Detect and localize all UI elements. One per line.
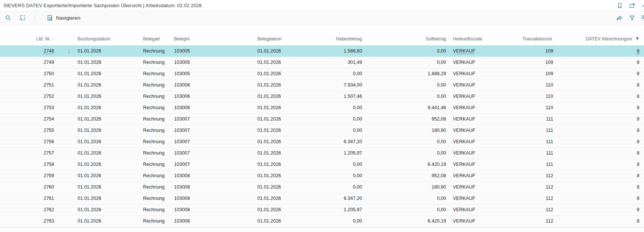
- cell-belegart: Rechnung: [140, 193, 174, 204]
- datev-abrechnungsnr-link[interactable]: 8: [637, 139, 639, 144]
- navigate-button[interactable]: Navigieren: [44, 13, 83, 23]
- lfd-nr-link[interactable]: 2761: [44, 196, 54, 201]
- herkunftscode-link[interactable]: VERKAUF: [453, 128, 475, 133]
- header-habenbetrag[interactable]: Habenbetrag: [305, 32, 365, 45]
- datev-abrechnungsnr-link[interactable]: 8: [637, 60, 639, 65]
- herkunftscode-link[interactable]: VERKAUF: [453, 196, 475, 201]
- header-datev-abrechnungsnr[interactable]: DATEV Abrechnungsnr.: [556, 32, 644, 45]
- lfd-nr-link[interactable]: 2756: [44, 139, 54, 144]
- lfd-nr-link[interactable]: 2758: [44, 162, 54, 167]
- table-row[interactable]: 2758 01.01.2026 Rechnung 103007 01.01.20…: [0, 159, 644, 170]
- header-belegnr[interactable]: Belegnr.: [174, 32, 195, 45]
- analyze-icon[interactable]: [19, 15, 26, 22]
- lfd-nr-link[interactable]: 2754: [44, 116, 54, 122]
- cell-belegdatum: 01.01.2026: [255, 113, 305, 125]
- cell-spacer: [195, 113, 255, 125]
- lfd-nr-link[interactable]: 2752: [44, 94, 54, 99]
- cell-row-menu: [62, 204, 76, 215]
- table-row[interactable]: 2756 01.01.2026 Rechnung 103007 01.01.20…: [0, 136, 644, 147]
- datev-abrechnungsnr-link[interactable]: 8: [637, 94, 639, 99]
- herkunftscode-link[interactable]: VERKAUF: [453, 184, 475, 190]
- lfd-nr-link[interactable]: 2748: [44, 48, 54, 54]
- herkunftscode-link[interactable]: VERKAUF: [453, 48, 475, 54]
- datev-abrechnungsnr-link[interactable]: 8: [637, 48, 639, 54]
- cell-lfd-nr: 2759: [0, 170, 62, 181]
- table-row[interactable]: 2750 01.01.2026 Rechnung 103005 01.01.20…: [0, 68, 644, 79]
- share-icon[interactable]: [616, 15, 622, 22]
- bookmark-icon[interactable]: [616, 2, 623, 9]
- lfd-nr-link[interactable]: 2749: [44, 60, 54, 65]
- table-row[interactable]: 2757 01.01.2026 Rechnung 103007 01.01.20…: [0, 147, 644, 159]
- cell-belegdatum: 01.01.2026: [255, 136, 305, 147]
- datev-abrechnungsnr-link[interactable]: 8: [637, 71, 639, 76]
- cell-sollbetrag: 952,08: [365, 170, 448, 181]
- table-row[interactable]: 2751 01.01.2026 Rechnung 103006 01.01.20…: [0, 79, 644, 91]
- herkunftscode-link[interactable]: VERKAUF: [453, 173, 475, 178]
- lfd-nr-link[interactable]: 2760: [44, 184, 54, 190]
- cell-belegnr: 103005: [174, 68, 195, 79]
- row-context-menu-icon[interactable]: ⋮: [62, 48, 76, 54]
- table-row[interactable]: 2761 01.01.2026 Rechnung 103008 01.01.20…: [0, 193, 644, 204]
- datev-abrechnungsnr-link[interactable]: 8: [637, 162, 639, 167]
- lfd-nr-link[interactable]: 2759: [44, 173, 54, 178]
- cell-buchungsdatum: 01.01.2026: [76, 113, 140, 125]
- table-row[interactable]: 2749 01.01.2026 Rechnung 103005 01.01.20…: [0, 57, 644, 68]
- datev-abrechnungsnr-link[interactable]: 8: [637, 207, 639, 212]
- datev-abrechnungsnr-link[interactable]: 8: [637, 196, 639, 201]
- header-belegdatum[interactable]: Belegdatum: [255, 32, 305, 45]
- search-icon[interactable]: [5, 15, 11, 22]
- herkunftscode-link[interactable]: VERKAUF: [453, 139, 475, 144]
- datev-abrechnungsnr-link[interactable]: 8: [637, 128, 639, 133]
- lfd-nr-link[interactable]: 2762: [44, 207, 54, 212]
- datev-abrechnungsnr-link[interactable]: 8: [637, 150, 639, 156]
- header-herkunftscode[interactable]: Herkunftscode: [448, 32, 492, 45]
- table-row[interactable]: 2763 01.01.2026 Rechnung 103008 01.01.20…: [0, 215, 644, 227]
- cell-transaktionsnr: 110: [492, 91, 556, 102]
- lfd-nr-link[interactable]: 2753: [44, 105, 54, 110]
- herkunftscode-link[interactable]: VERKAUF: [453, 60, 475, 65]
- cell-datev-abrechnungsnr: 8: [556, 68, 644, 79]
- cell-row-menu: [62, 102, 76, 113]
- herkunftscode-link[interactable]: VERKAUF: [453, 82, 475, 88]
- herkunftscode-link[interactable]: VERKAUF: [453, 218, 475, 224]
- filter-icon[interactable]: [628, 15, 635, 22]
- lfd-nr-link[interactable]: 2751: [44, 82, 54, 88]
- herkunftscode-link[interactable]: VERKAUF: [453, 105, 475, 110]
- datev-abrechnungsnr-link[interactable]: 8: [637, 116, 639, 122]
- header-transaktionsnr[interactable]: Transaktionsnr.: [492, 32, 556, 45]
- table-row[interactable]: 2748 ⋮ 01.01.2026 Rechnung 103005 01.01.…: [0, 45, 644, 57]
- header-sollbetrag[interactable]: Sollbetrag: [365, 32, 448, 45]
- herkunftscode-link[interactable]: VERKAUF: [453, 116, 475, 122]
- herkunftscode-link[interactable]: VERKAUF: [453, 162, 475, 167]
- datev-abrechnungsnr-link[interactable]: 8: [637, 184, 639, 190]
- table-row[interactable]: 2753 01.01.2026 Rechnung 103006 01.01.20…: [0, 102, 644, 113]
- datev-abrechnungsnr-link[interactable]: 8: [637, 105, 639, 110]
- table-row[interactable]: 2754 01.01.2026 Rechnung 103007 01.01.20…: [0, 113, 644, 125]
- cell-spacer: [195, 159, 255, 170]
- herkunftscode-link[interactable]: VERKAUF: [453, 71, 475, 76]
- table-row[interactable]: 2760 01.01.2026 Rechnung 103008 01.01.20…: [0, 181, 644, 193]
- table-row[interactable]: 2752 01.01.2026 Rechnung 103006 01.01.20…: [0, 91, 644, 102]
- lfd-nr-link[interactable]: 2757: [44, 150, 54, 156]
- table-row[interactable]: 2762 01.01.2026 Rechnung 103008 01.01.20…: [0, 204, 644, 215]
- herkunftscode-link[interactable]: VERKAUF: [453, 94, 475, 99]
- datev-abrechnungsnr-link[interactable]: 8: [637, 218, 639, 224]
- clipped-grid-icon[interactable]: [641, 14, 644, 22]
- header-buchungsdatum[interactable]: Buchungsdatum: [76, 32, 140, 45]
- lfd-nr-link[interactable]: 2755: [44, 128, 54, 133]
- herkunftscode-link[interactable]: VERKAUF: [453, 207, 475, 212]
- header-lfd-nr[interactable]: Lfd. Nr.↑: [0, 32, 62, 45]
- datev-abrechnungsnr-link[interactable]: 8: [637, 82, 639, 88]
- cell-herkunftscode: VERKAUF: [448, 68, 492, 79]
- header-belegart[interactable]: Belegart: [140, 32, 174, 45]
- lfd-nr-link[interactable]: 2763: [44, 218, 54, 224]
- open-in-new-window-icon[interactable]: [629, 2, 636, 9]
- cell-row-menu: [62, 57, 76, 68]
- clipped-edge-icon[interactable]: [641, 2, 644, 9]
- table-row[interactable]: 2759 01.01.2026 Rechnung 103008 01.01.20…: [0, 170, 644, 181]
- datev-abrechnungsnr-link[interactable]: 8: [637, 173, 639, 178]
- lfd-nr-link[interactable]: 2750: [44, 71, 54, 76]
- herkunftscode-link[interactable]: VERKAUF: [453, 150, 475, 156]
- cell-habenbetrag: 1.507,46: [305, 91, 365, 102]
- table-row[interactable]: 2755 01.01.2026 Rechnung 103007 01.01.20…: [0, 125, 644, 136]
